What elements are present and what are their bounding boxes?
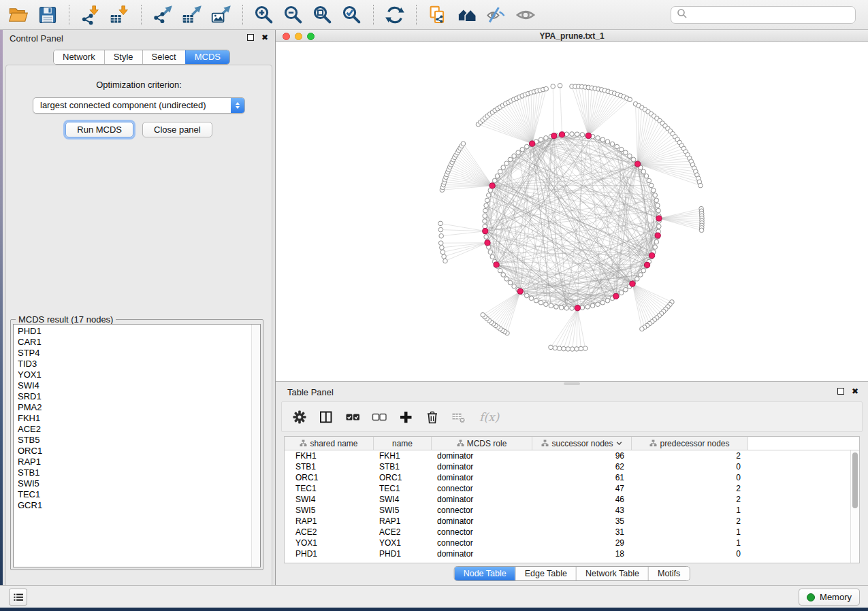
column-header-successor-nodes[interactable]: successor nodes bbox=[532, 437, 632, 450]
export-image-icon[interactable] bbox=[210, 4, 233, 26]
column-header-name[interactable]: name bbox=[374, 437, 432, 450]
cell: TEC1 bbox=[374, 483, 432, 494]
table-row-stb1[interactable]: STB1STB1dominator620 bbox=[285, 461, 859, 472]
deselect-all-icon[interactable] bbox=[372, 410, 387, 425]
table-row-fkh1[interactable]: FKH1FKH1dominator962 bbox=[285, 450, 859, 461]
svg-text:f(x): f(x) bbox=[479, 410, 500, 423]
select-all-icon[interactable] bbox=[345, 410, 360, 425]
float-panel-icon[interactable] bbox=[837, 388, 844, 395]
close-panel-icon[interactable]: ✖ bbox=[852, 388, 858, 395]
close-panel-icon[interactable]: ✖ bbox=[261, 34, 268, 41]
open-file-icon[interactable] bbox=[7, 4, 30, 26]
memory-button[interactable]: Memory bbox=[799, 589, 860, 606]
table-row-tec1[interactable]: TEC1TEC1connector472 bbox=[285, 483, 859, 494]
result-node-gcr1[interactable]: GCR1 bbox=[14, 500, 260, 511]
toolbar-separator bbox=[416, 5, 417, 25]
network-view[interactable] bbox=[276, 42, 868, 381]
table-scrollbar[interactable] bbox=[850, 450, 859, 563]
header-filler bbox=[748, 437, 859, 450]
splitter-handle[interactable] bbox=[564, 382, 580, 385]
tab-network[interactable]: Network bbox=[54, 50, 104, 64]
result-node-car1[interactable]: CAR1 bbox=[14, 337, 260, 348]
run-mcds-button[interactable]: Run MCDS bbox=[65, 122, 133, 137]
result-node-swi5[interactable]: SWI5 bbox=[14, 478, 260, 489]
table-row-rap1[interactable]: RAP1RAP1dominator352 bbox=[285, 516, 859, 527]
cell: dominator bbox=[432, 461, 532, 472]
task-history-button[interactable] bbox=[9, 589, 27, 606]
add-row-icon[interactable] bbox=[398, 410, 413, 425]
tab-network-table[interactable]: Network Table bbox=[576, 567, 648, 580]
first-neighbors-icon[interactable] bbox=[455, 4, 479, 26]
cell: SWI4 bbox=[374, 494, 432, 505]
cell: connector bbox=[432, 538, 532, 548]
table-row-swi4[interactable]: SWI4SWI4dominator462 bbox=[285, 494, 859, 505]
clone-network-icon[interactable] bbox=[426, 4, 449, 26]
zoom-selected-icon[interactable] bbox=[340, 4, 364, 26]
node-table: shared namenameMCDS rolesuccessor nodesp… bbox=[284, 436, 860, 563]
show-columns-icon[interactable] bbox=[319, 410, 334, 425]
column-header-shared-name[interactable]: shared name bbox=[285, 437, 374, 450]
scrollbar-thumb[interactable] bbox=[852, 452, 858, 508]
result-node-stb5[interactable]: STB5 bbox=[14, 435, 260, 446]
cell: 47 bbox=[532, 483, 632, 494]
cell: 2 bbox=[632, 516, 748, 527]
network-graph[interactable] bbox=[276, 42, 868, 381]
result-node-rap1[interactable]: RAP1 bbox=[14, 457, 260, 467]
float-panel-icon[interactable] bbox=[247, 34, 254, 41]
hide-selected-icon[interactable] bbox=[485, 4, 508, 26]
network-window-titlebar[interactable]: YPA_prune.txt_1 bbox=[276, 30, 868, 42]
search-box[interactable] bbox=[671, 6, 856, 24]
cell: 31 bbox=[532, 527, 632, 538]
search-icon bbox=[677, 8, 688, 22]
result-node-ace2[interactable]: ACE2 bbox=[14, 424, 260, 435]
result-node-orc1[interactable]: ORC1 bbox=[14, 446, 260, 457]
save-session-icon[interactable] bbox=[36, 4, 59, 26]
column-header-mcds-role[interactable]: MCDS role bbox=[432, 437, 532, 450]
search-input[interactable] bbox=[692, 10, 850, 20]
table-row-yox1[interactable]: YOX1YOX1connector291 bbox=[285, 538, 859, 548]
tab-select[interactable]: Select bbox=[142, 50, 185, 64]
column-header-predecessor-nodes[interactable]: predecessor nodes bbox=[632, 437, 748, 450]
zoom-in-icon[interactable] bbox=[253, 4, 276, 26]
table-row-swi5[interactable]: SWI5SWI5connector431 bbox=[285, 505, 859, 516]
tab-mcds[interactable]: MCDS bbox=[185, 50, 229, 64]
close-panel-button[interactable]: Close panel bbox=[142, 122, 212, 137]
table-row-ace2[interactable]: ACE2ACE2connector311 bbox=[285, 527, 859, 538]
result-node-swi4[interactable]: SWI4 bbox=[14, 380, 260, 391]
result-node-phd1[interactable]: PHD1 bbox=[14, 326, 260, 337]
table-panel: Table Panel ✖ f(x) shared namenameMCDS r… bbox=[276, 381, 868, 585]
table-row-orc1[interactable]: ORC1ORC1dominator610 bbox=[285, 472, 859, 483]
result-node-pma2[interactable]: PMA2 bbox=[14, 402, 260, 413]
import-table-icon[interactable] bbox=[108, 4, 131, 26]
zoom-fit-icon[interactable] bbox=[311, 4, 334, 26]
criterion-select[interactable]: largest connected component (undirected) bbox=[33, 97, 245, 114]
import-network-icon[interactable] bbox=[79, 4, 102, 26]
zoom-out-icon[interactable] bbox=[282, 4, 305, 26]
delete-row-icon[interactable] bbox=[425, 410, 440, 425]
tab-node-table[interactable]: Node Table bbox=[455, 567, 515, 580]
cell: 43 bbox=[532, 505, 632, 516]
result-node-tid3[interactable]: TID3 bbox=[14, 359, 260, 369]
tab-style[interactable]: Style bbox=[104, 50, 142, 64]
result-node-yox1[interactable]: YOX1 bbox=[14, 369, 260, 380]
cell: FKH1 bbox=[285, 450, 374, 461]
status-bar: Memory bbox=[0, 585, 868, 608]
table-row-phd1[interactable]: PHD1PHD1dominator180 bbox=[285, 548, 859, 559]
export-table-icon[interactable] bbox=[180, 4, 204, 26]
tab-motifs[interactable]: Motifs bbox=[648, 567, 689, 580]
cell: 96 bbox=[532, 450, 632, 461]
result-node-tec1[interactable]: TEC1 bbox=[14, 489, 260, 500]
result-list-scrollbar[interactable] bbox=[251, 325, 260, 567]
toolbar-separator bbox=[373, 5, 374, 25]
tab-edge-table[interactable]: Edge Table bbox=[515, 567, 576, 580]
cell: dominator bbox=[432, 494, 532, 505]
result-node-stb1[interactable]: STB1 bbox=[14, 467, 260, 478]
result-node-fkh1[interactable]: FKH1 bbox=[14, 413, 260, 424]
result-node-srd1[interactable]: SRD1 bbox=[14, 391, 260, 402]
export-network-icon[interactable] bbox=[151, 4, 174, 26]
result-node-stp4[interactable]: STP4 bbox=[14, 348, 260, 359]
cell: dominator bbox=[432, 472, 532, 483]
settings-icon[interactable] bbox=[292, 410, 307, 425]
show-all-icon[interactable] bbox=[514, 4, 537, 26]
refresh-view-icon[interactable] bbox=[383, 4, 406, 26]
